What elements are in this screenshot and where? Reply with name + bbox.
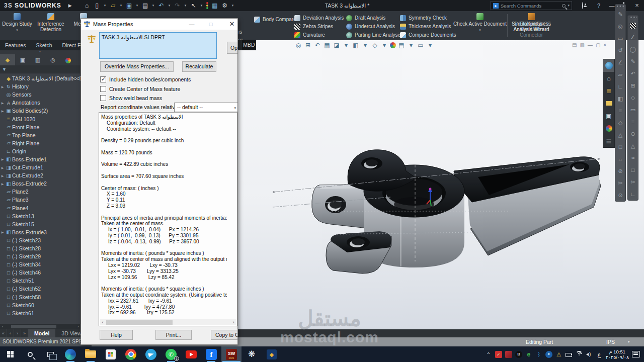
view-palette-icon[interactable]: ▣ — [603, 110, 614, 122]
hidden-icons-chevron[interactable]: ⌃ — [485, 351, 492, 358]
toolbar-icon[interactable]: ≡ — [615, 105, 625, 117]
tree-item[interactable]: Plane4 — [0, 204, 80, 212]
body-compare-button[interactable]: Body Compare — [254, 15, 296, 24]
appearances-pane-icon[interactable] — [603, 122, 614, 135]
options-button[interactable]: Options... — [227, 42, 238, 54]
section-view-icon[interactable]: ▦ — [323, 42, 331, 49]
taskbar-search-icon[interactable] — [20, 346, 40, 362]
ribbon-item[interactable]: Symmetry Check — [400, 14, 460, 22]
toolbar-icon[interactable]: ▭ — [628, 104, 638, 116]
tree-item[interactable]: Right Plane — [0, 139, 80, 147]
select-icon[interactable]: ↖ — [190, 2, 198, 9]
toolbar-icon[interactable]: ◎ — [615, 20, 625, 32]
whatsapp-icon[interactable]: ✆ 1 — [161, 346, 181, 362]
toolbar-icon[interactable]: ◯ — [628, 43, 638, 55]
units-caret-icon[interactable]: ▾ — [628, 337, 630, 346]
doc-prev-icon[interactable]: ▤ — [572, 42, 577, 48]
search-commands-box[interactable]: ▸ Search Commands ▾ — [491, 1, 572, 10]
tree-item[interactable]: (-) Sketch58 — [0, 293, 80, 301]
floxpress-analysis-wizard[interactable]: FloXpress Analysis Wizard — [509, 13, 553, 32]
scroll-left-icon[interactable]: ‹ — [0, 324, 5, 329]
zoom-to-area-icon[interactable]: ⊞ — [304, 42, 312, 49]
toolbar-icon[interactable]: ⊙ — [628, 128, 638, 140]
ribbon-item[interactable]: Undercut Analysis — [346, 22, 407, 31]
open-icon[interactable]: ▱ — [109, 2, 117, 9]
tree-item[interactable]: (-) Sketch23 — [0, 236, 80, 244]
toolbar-icon[interactable]: ✂ — [628, 176, 638, 188]
tree-item[interactable]: TASK 3 الاسطوانه (Default<<De — [0, 74, 80, 82]
search-input[interactable]: Search Commands — [501, 3, 560, 9]
downloader-tray-icon[interactable]: e — [525, 351, 532, 358]
toolbar-icon[interactable]: ✎ — [615, 8, 625, 20]
doc-restore-icon[interactable]: ▢ — [596, 42, 600, 48]
toolbar-icon[interactable]: ↺ — [615, 44, 625, 56]
3d-part-model[interactable] — [272, 136, 604, 282]
expand-arrow-icon[interactable]: ▶ — [0, 230, 5, 234]
save-icon[interactable]: ▣ — [125, 2, 133, 9]
tab-mbd[interactable]: MBD — [242, 40, 256, 50]
scroll-right-icon[interactable]: › — [230, 319, 236, 326]
expand-arrow-icon[interactable]: ▶ — [0, 174, 5, 177]
toolbar-icon[interactable]: ◧ — [615, 93, 625, 105]
tab-sketch[interactable]: Sketch — [31, 40, 57, 50]
coordinate-system-dropdown[interactable]: -- default -- ▾ — [174, 103, 238, 112]
home-icon[interactable]: ⌂ — [83, 2, 91, 9]
tree-item[interactable]: (-) Sketch28 — [0, 244, 80, 252]
checkbox[interactable] — [100, 95, 106, 101]
task-view-icon[interactable] — [40, 346, 60, 362]
close-window-icon[interactable]: × — [632, 0, 642, 11]
design-study-button[interactable]: Design Study▾ — [1, 13, 33, 33]
checkbox-row[interactable]: Create Center of Mass feature — [100, 84, 191, 94]
clock[interactable]: 10:51 م ٢٠٢٥/٠٩/٠٨ — [606, 349, 629, 360]
display-board-icon[interactable]: ▦ — [211, 2, 219, 9]
tree-item[interactable]: ▶ Boss-Extrude1 — [0, 155, 80, 163]
tree-horizontal-scrollbar[interactable]: ‹ › — [0, 324, 80, 329]
ribbon-item[interactable]: Curvature — [294, 31, 355, 39]
print-button[interactable]: Print... — [155, 330, 192, 340]
checkbox-row[interactable]: Show weld bead mass — [100, 94, 191, 103]
caret-icon[interactable]: ▾ — [361, 42, 369, 49]
results-horizontal-scrollbar[interactable]: ‹ › — [100, 319, 236, 325]
scene-icon[interactable]: ▤ — [397, 42, 406, 49]
view-orientation-icon[interactable]: ◧ — [352, 42, 360, 49]
mass-properties-results-box[interactable]: Mass properties of TASK 3 الاسطوانه Conf… — [99, 112, 237, 326]
user-account-icon[interactable] — [578, 0, 588, 11]
toolbar-icon[interactable]: ↔ — [615, 153, 625, 165]
tree-item[interactable]: ▶ Solid Bodies(2) — [0, 107, 80, 115]
panel-splitter-handle[interactable]: • — [0, 50, 80, 54]
bluetooth-icon[interactable]: ᛒ — [535, 351, 542, 358]
checkbox[interactable] — [100, 76, 106, 82]
help-icon[interactable]: ? — [594, 0, 604, 11]
tree-item[interactable]: ▶ History — [0, 82, 80, 90]
toolbar-icon[interactable]: ▭ — [615, 32, 625, 44]
recalculate-button[interactable]: Recalculate — [182, 61, 216, 72]
toolbar-icon[interactable]: ⊘ — [615, 165, 625, 177]
caret-icon[interactable]: ▾ — [231, 4, 235, 8]
new-document-icon[interactable]: ▯ — [93, 2, 101, 9]
tree-item[interactable]: (-) Sketch46 — [0, 268, 80, 277]
toolbar-icon[interactable]: ◇ — [615, 117, 625, 129]
units-selector[interactable]: IPS — [606, 337, 615, 346]
toolbar-icon[interactable]: ◇ — [628, 92, 638, 104]
toolbar-icon[interactable]: ∠ — [628, 31, 638, 43]
caret-icon[interactable]: ▾ — [407, 42, 415, 49]
zoom-to-fit-icon[interactable]: ◎ — [294, 42, 302, 49]
tree-item[interactable]: ▶ Boss-Extrude2 — [0, 179, 80, 188]
youtube-icon[interactable] — [181, 346, 201, 362]
facebook-icon[interactable]: f — [201, 346, 221, 362]
menu-expand-arrow-icon[interactable]: ▶ — [68, 3, 72, 8]
checkbox[interactable] — [100, 86, 106, 92]
tree-item[interactable]: Sketch15 — [0, 220, 80, 228]
tree-item[interactable]: Plane2 — [0, 188, 80, 196]
caret-icon[interactable]: ▾ — [200, 4, 204, 8]
custom-properties-icon[interactable]: ☰ — [603, 135, 614, 147]
tab-model[interactable]: Model — [28, 329, 55, 337]
toolbar-icon[interactable]: ∟ — [628, 188, 638, 200]
tree-item[interactable]: Sketch61 — [0, 309, 80, 317]
action-center-icon[interactable] — [632, 351, 640, 357]
selection-field[interactable]: TASK 3 الاسطوانه.SLDPRT — [99, 32, 217, 59]
toolbar-icon[interactable]: △ — [628, 140, 638, 152]
solidworks-icon[interactable]: SW — [221, 346, 242, 362]
toolbar-icon[interactable]: ✎ — [628, 55, 638, 67]
edge-icon[interactable] — [60, 346, 80, 362]
